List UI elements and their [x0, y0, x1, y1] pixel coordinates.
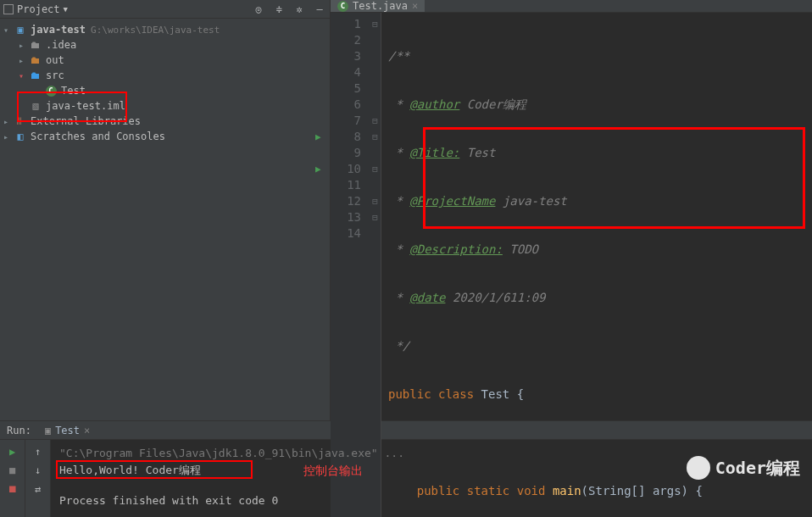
chevron-right-icon[interactable]: ▸	[3, 117, 12, 126]
app-icon: ▣	[45, 425, 51, 436]
target-icon[interactable]: ◎	[252, 3, 265, 16]
editor-tabs: C Test.java ×	[331, 0, 812, 13]
tree-project-root[interactable]: ▾ ▣ java-test G:\works\IDEA\java-test	[0, 22, 330, 37]
expand-icon[interactable]: ≑	[272, 3, 286, 16]
folder-icon: 🖿	[29, 54, 42, 66]
up-icon[interactable]: ↑	[31, 445, 45, 459]
tree-item-idea[interactable]: ▸ 🖿 .idea	[0, 37, 330, 53]
folder-icon: 🖿	[29, 39, 42, 51]
wrap-icon[interactable]: ⇄	[31, 482, 45, 496]
run-toolbar-left2: ↑ ↓ ⇄	[25, 440, 51, 517]
run-gutter-icon[interactable]: ▶	[315, 161, 321, 177]
folder-icon: 🖿	[29, 69, 42, 81]
class-icon: C	[337, 1, 348, 12]
code-editor: C Test.java × 1 2 3 4 5 6 7 ▶8 9 ▶10 1	[331, 0, 812, 420]
run-toolbar-left: ▶ ■ ⏹	[0, 440, 25, 517]
chevron-right-icon[interactable]: ▸	[3, 132, 12, 142]
project-path: G:\works\IDEA\java-test	[91, 25, 220, 36]
editor-tab-test[interactable]: C Test.java ×	[331, 0, 425, 12]
annotation-console-label: 控制台输出	[303, 462, 363, 479]
close-icon[interactable]: ×	[412, 0, 418, 12]
annotation-highlight-output	[56, 460, 253, 479]
module-icon: ▣	[14, 24, 27, 36]
watermark-icon	[687, 456, 710, 480]
project-icon	[3, 4, 14, 14]
tab-filename: Test.java	[353, 0, 408, 12]
output-exit: Process finished with exit code 0	[59, 492, 804, 509]
chevron-down-icon[interactable]: ▾	[19, 71, 27, 81]
watermark: Coder编程	[687, 456, 800, 480]
annotation-highlight-code	[423, 127, 805, 229]
dropdown-icon[interactable]: ▼	[64, 5, 68, 14]
run-gutter-icon[interactable]: ▶	[315, 129, 321, 145]
chevron-right-icon[interactable]: ▸	[19, 56, 27, 65]
minimize-icon[interactable]: —	[313, 3, 326, 16]
close-icon[interactable]: ×	[84, 425, 90, 436]
run-label: Run:	[7, 425, 31, 436]
chevron-right-icon[interactable]: ▸	[19, 41, 27, 50]
down-icon[interactable]: ↓	[31, 464, 45, 477]
tree-scratches[interactable]: ▸ ◧ Scratches and Consoles	[0, 129, 330, 144]
chevron-down-icon[interactable]: ▾	[3, 25, 12, 35]
run-tab[interactable]: ▣ Test ×	[38, 423, 97, 438]
sidebar-title: Project	[17, 3, 60, 15]
tree-item-src[interactable]: ▾ 🖿 src	[0, 68, 330, 83]
stop-icon[interactable]: ■	[6, 464, 19, 477]
project-sidebar: Project ▼ ◎ ≑ ✲ — ▾ ▣ java-test G:\works…	[0, 0, 331, 420]
scratches-icon: ◧	[14, 131, 27, 142]
console-output[interactable]: "C:\Program Files\Java\jdk1.8.0_91\bin\j…	[51, 440, 812, 517]
project-tree: ▾ ▣ java-test G:\works\IDEA\java-test ▸ …	[0, 19, 330, 420]
annotation-highlight-src	[17, 92, 127, 122]
rerun-icon[interactable]: ▶	[6, 445, 19, 459]
tree-item-out[interactable]: ▸ 🖿 out	[0, 53, 330, 68]
exit-icon[interactable]: ⏹	[6, 482, 19, 496]
project-name: java-test	[31, 24, 86, 36]
gear-icon[interactable]: ✲	[292, 3, 306, 16]
